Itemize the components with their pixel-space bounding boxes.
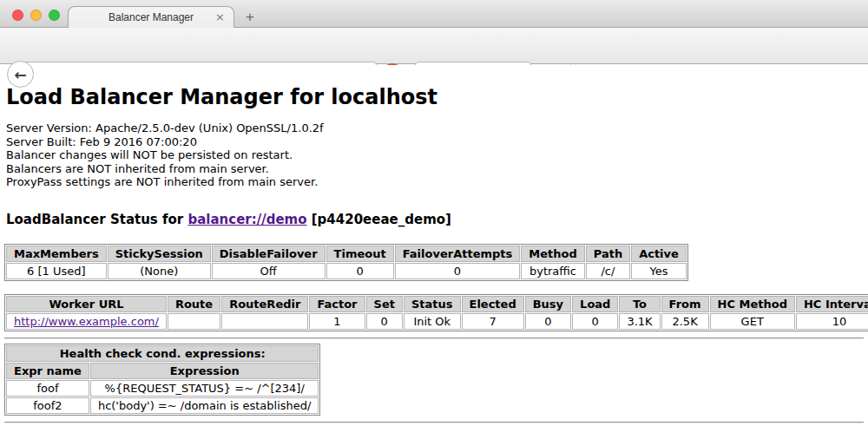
balancer-settings-table: MaxMembers StickySession DisableFailover…: [4, 244, 688, 281]
cell: 10: [796, 313, 868, 330]
tab-balancer-manager[interactable]: Balancer Manager ×: [68, 6, 234, 28]
col-header: Path: [586, 246, 630, 262]
expression-cell: hc('body') =~ /domain is established/: [90, 397, 319, 414]
horizontal-rule: [4, 338, 864, 339]
col-header: Load: [572, 296, 618, 312]
tab-close-icon[interactable]: ×: [215, 10, 225, 23]
table-header-row: MaxMembers StickySession DisableFailover…: [6, 246, 687, 262]
server-built-line: Server Built: Feb 9 2016 07:00:20: [6, 135, 868, 149]
cell: GET: [710, 313, 795, 330]
cell: Yes: [631, 263, 687, 279]
cell: 0: [572, 313, 618, 330]
col-header: To: [619, 296, 660, 312]
server-version-line: Server Version: Apache/2.5.0-dev (Unix) …: [6, 121, 868, 135]
table-row: foof2 hc('body') =~ /domain is establish…: [6, 397, 319, 414]
col-header: Timeout: [326, 246, 394, 262]
cell: 0: [326, 263, 394, 279]
cell: Off: [212, 263, 326, 279]
balancer-heading-suffix: [p4420eeae_demo]: [307, 212, 451, 227]
expr-name-cell: foof2: [6, 397, 89, 414]
page-content: Load Balancer Manager for localhost Serv…: [0, 65, 868, 426]
cell: 1: [309, 313, 365, 330]
col-header: Status: [404, 296, 461, 312]
table-row: 6 [1 Used] (None) Off 0 0 bytraffic /c/ …: [6, 263, 687, 279]
back-button[interactable]: ←: [7, 61, 34, 88]
cell: 0: [366, 313, 403, 330]
balancer-heading-prefix: LoadBalancer Status for: [6, 212, 187, 227]
cell: Init Ok: [404, 313, 461, 330]
cell: 2.5K: [661, 313, 709, 330]
worker-url-link[interactable]: http://www.example.com/: [14, 315, 159, 328]
worker-row: http://www.example.com/ 1 0 Init Ok 7 0 …: [6, 313, 868, 330]
cell: 7: [462, 313, 524, 330]
col-header: Factor: [309, 296, 365, 312]
col-header: Busy: [525, 296, 571, 312]
col-header: HC Interval: [796, 296, 868, 312]
col-header: Elected: [462, 296, 524, 312]
cell: [168, 313, 220, 330]
window-controls: [12, 10, 60, 21]
cell: 6 [1 Used]: [6, 263, 107, 279]
col-header: Set: [366, 296, 403, 312]
cell: 3.1K: [619, 313, 660, 330]
server-info: Server Version: Apache/2.5.0-dev (Unix) …: [6, 121, 868, 189]
navigation-toolbar: localhost:8880/balancer-manager ↻ Search…: [0, 28, 868, 64]
close-window-button[interactable]: [12, 10, 23, 21]
col-header: Route: [168, 296, 220, 312]
tab-title: Balancer Manager: [108, 11, 194, 23]
cell: bytraffic: [521, 263, 584, 279]
col-header: MaxMembers: [6, 246, 107, 262]
horizontal-rule: [4, 422, 864, 423]
cell: 0: [525, 313, 571, 330]
col-header: Expression: [90, 363, 319, 379]
col-header: FailoverAttempts: [395, 246, 521, 262]
col-header: Method: [521, 246, 584, 262]
inherit-warning-line: Balancers are NOT inherited from main se…: [6, 162, 868, 176]
col-header: Expr name: [6, 363, 89, 379]
cell: [221, 313, 308, 330]
col-header: DisableFailover: [212, 246, 326, 262]
table-header-row: Expr name Expression: [6, 363, 319, 379]
worker-table: Worker URL Route RouteRedir Factor Set S…: [4, 294, 868, 331]
col-header: Worker URL: [6, 296, 167, 312]
col-header: StickySession: [108, 246, 211, 262]
balancer-demo-link[interactable]: balancer://demo: [187, 212, 306, 227]
cell: /c/: [586, 263, 630, 279]
new-tab-button[interactable]: +: [246, 9, 254, 26]
col-header: HC Method: [710, 296, 795, 312]
minimize-window-button[interactable]: [30, 10, 42, 21]
expression-cell: %{REQUEST_STATUS} =~ /^[234]/: [90, 380, 319, 397]
proxypass-warning-line: ProxyPass settings are NOT inherited fro…: [6, 175, 868, 189]
persist-warning-line: Balancer changes will NOT be persisted o…: [6, 148, 868, 162]
tab-strip: Balancer Manager × +: [0, 0, 868, 28]
balancer-status-heading: LoadBalancer Status for balancer://demo …: [6, 212, 868, 227]
table-header-row: Worker URL Route RouteRedir Factor Set S…: [6, 296, 868, 312]
zoom-window-button[interactable]: [49, 10, 60, 21]
health-table-title: Health check cond. expressions:: [6, 345, 319, 362]
expr-name-cell: foof: [6, 380, 89, 397]
table-row: foof %{REQUEST_STATUS} =~ /^[234]/: [6, 380, 319, 397]
col-header: Active: [631, 246, 687, 262]
table-title-row: Health check cond. expressions:: [6, 345, 319, 362]
page-title: Load Balancer Manager for localhost: [6, 85, 868, 109]
health-check-table: Health check cond. expressions: Expr nam…: [4, 344, 320, 416]
col-header: From: [661, 296, 709, 312]
cell: (None): [108, 263, 211, 279]
cell: 0: [395, 263, 521, 279]
browser-window: Balancer Manager × + localhost:8880/bala…: [0, 0, 868, 426]
col-header: RouteRedir: [221, 296, 308, 312]
worker-url-cell: http://www.example.com/: [6, 313, 167, 330]
